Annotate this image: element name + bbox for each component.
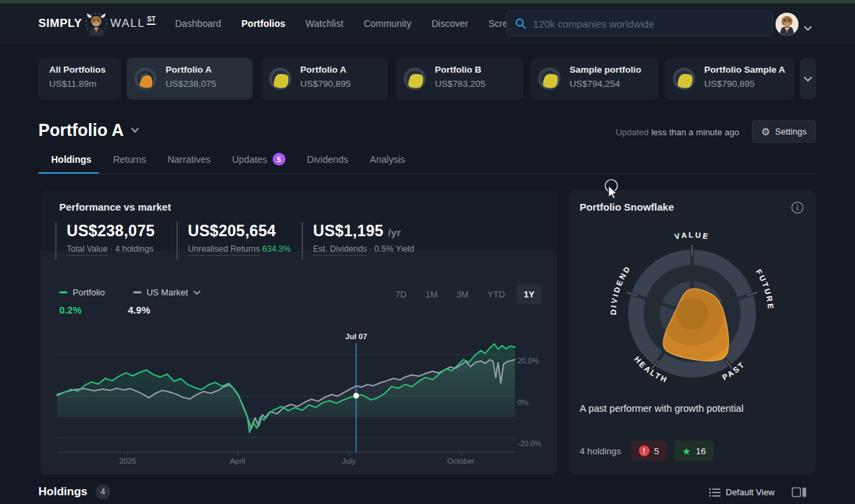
search-input[interactable]: [533, 18, 764, 30]
legend-portfolio[interactable]: Portfolio: [59, 287, 105, 297]
svg-text:July: July: [342, 457, 356, 465]
nav-community[interactable]: Community: [364, 18, 411, 29]
nav-discover[interactable]: Discover: [432, 18, 468, 29]
title-chevron-down-icon[interactable]: [131, 127, 139, 133]
card-all-portfolios[interactable]: All Portfolios US$11.89m: [38, 58, 121, 100]
stat-unrealised-returns: US$205,654 Unrealised Returns 634.3%: [176, 222, 291, 260]
updated-status: Updated less than a minute ago: [615, 127, 739, 137]
legend-us-market[interactable]: US Market: [133, 287, 201, 297]
brand-simply: SIMPLY: [38, 17, 82, 30]
info-icon[interactable]: [791, 201, 804, 214]
tab-label: Returns: [113, 154, 146, 165]
reward-badge[interactable]: ★ 16: [675, 441, 713, 461]
view-label: Default View: [726, 487, 775, 497]
card-title: Portfolio Sample A: [704, 65, 785, 75]
svg-text:FUTURE: FUTURE: [754, 268, 775, 311]
stat-label: Total Value: [67, 244, 108, 256]
card-title: All Portfolios: [49, 65, 106, 75]
svg-text:VALUE: VALUE: [674, 231, 710, 241]
snowflake-panel: Portfolio Snowflake DIVIDENDVALUEFUTUREH…: [569, 190, 816, 474]
card-portfolio-a2[interactable]: Portfolio A US$790,895: [261, 58, 388, 100]
search-icon: [515, 17, 526, 30]
updated-label: Updated: [615, 127, 648, 137]
card-value: US$794,254: [570, 79, 620, 89]
performance-panel: Performance vs market US$238,075 Total V…: [40, 190, 557, 474]
holdings-section-header: Holdings 4: [38, 484, 110, 499]
settings-label: Settings: [775, 127, 807, 137]
svg-text:2025: 2025: [119, 457, 137, 465]
stat-label: Unrealised Returns: [188, 244, 260, 256]
stat-detail: · 4 holdings: [108, 244, 153, 254]
svg-text:October: October: [447, 457, 475, 465]
warning-icon: !: [639, 445, 650, 456]
tab-label: Holdings: [51, 154, 92, 165]
snowflake-radar-chart[interactable]: DIVIDENDVALUEFUTUREHEALTHPAST: [584, 217, 800, 400]
portfolio-return-value: 0.2%: [59, 305, 81, 316]
stat-value: US$205,654: [188, 222, 291, 240]
stat-suffix: /yr: [388, 227, 401, 238]
holdings-count-badge: 4: [96, 484, 110, 499]
tab-label: Updates: [232, 154, 267, 165]
svg-text:April: April: [230, 457, 245, 465]
chevron-down-icon: [803, 76, 813, 82]
legend-label: US Market: [147, 287, 188, 297]
card-title: Portfolio A: [300, 65, 347, 75]
svg-text:Jul 07: Jul 07: [345, 332, 368, 340]
avatar-chevron-down-icon[interactable]: [804, 22, 812, 34]
snowflake-title: Portfolio Snowflake: [580, 201, 674, 213]
risk-badge[interactable]: ! 5: [631, 441, 667, 461]
market-series-swatch: [133, 291, 141, 293]
tabs-divider: [38, 174, 816, 174]
card-sample-portfolio[interactable]: Sample portfolio US$794,254: [531, 58, 658, 100]
brand-logo[interactable]: SIMPLY WALL ST: [38, 3, 156, 44]
mini-snowflake-icon: [672, 67, 696, 91]
card-value: US$790,895: [704, 79, 755, 89]
mini-snowflake-icon: [133, 67, 158, 91]
reward-count: 16: [696, 446, 706, 456]
card-value: US$11.89m: [49, 79, 96, 89]
brand-wall: WALL: [110, 17, 145, 30]
mini-snowflake-icon: [268, 67, 292, 91]
updates-count-badge: 5: [273, 153, 285, 166]
default-view-selector[interactable]: Default View: [709, 487, 775, 497]
card-portfolio-b[interactable]: Portfolio B US$783,205: [396, 58, 523, 100]
gear-icon: ⚙: [761, 126, 770, 138]
stat-return-pct: 634.3%: [262, 244, 290, 254]
tab-label: Analysis: [370, 154, 405, 165]
card-portfolio-a-selected[interactable]: Portfolio A US$238,075: [127, 58, 252, 100]
chart-legend: Portfolio US Market: [59, 287, 201, 297]
range-7d[interactable]: 7D: [388, 285, 414, 304]
bull-avatar-icon: [776, 13, 798, 36]
nav-watchlist[interactable]: Watchlist: [306, 18, 343, 29]
cards-expand-button[interactable]: [800, 58, 816, 100]
range-ytd[interactable]: YTD: [480, 285, 512, 304]
legend-label: Portfolio: [73, 287, 105, 297]
user-avatar[interactable]: [776, 13, 798, 36]
nav-portfolios[interactable]: Portfolios: [242, 18, 285, 29]
settings-button[interactable]: ⚙ Settings: [752, 120, 816, 143]
svg-text:0%: 0%: [518, 398, 528, 406]
nav-dashboard[interactable]: Dashboard: [175, 18, 221, 29]
performance-chart[interactable]: 20.0%0%-20.0%2025AprilJulyOctoberJul 07: [40, 328, 557, 474]
range-3m[interactable]: 3M: [449, 285, 476, 304]
stat-est-dividends: US$1,195 /yr Est. Dividends · 0.5% Yield: [302, 222, 414, 260]
card-value: US$238,075: [166, 79, 216, 89]
updated-value: less than a minute ago: [651, 127, 739, 137]
card-portfolio-sample-a[interactable]: Portfolio Sample A US$790,895: [665, 58, 794, 100]
main-nav: Dashboard Portfolios Watchlist Community…: [175, 3, 526, 44]
range-1m[interactable]: 1M: [418, 285, 445, 304]
tab-label: Narratives: [168, 154, 211, 165]
market-return-value: 4.9%: [128, 305, 150, 316]
stat-detail: · 0.5% Yield: [367, 244, 414, 254]
stat-label: Est. Dividends: [313, 244, 367, 256]
layout-toggle-icon[interactable]: [792, 487, 807, 500]
bull-mascot-icon: [84, 11, 108, 36]
risk-count: 5: [654, 446, 660, 456]
card-title: Portfolio A: [166, 65, 212, 75]
stat-value: US$238,075: [67, 222, 155, 240]
card-title: Sample portfolio: [570, 65, 642, 75]
range-1y[interactable]: 1Y: [516, 285, 542, 304]
card-value: US$790,895: [300, 79, 351, 89]
company-search[interactable]: [506, 11, 773, 36]
mini-snowflake-icon: [537, 67, 561, 91]
